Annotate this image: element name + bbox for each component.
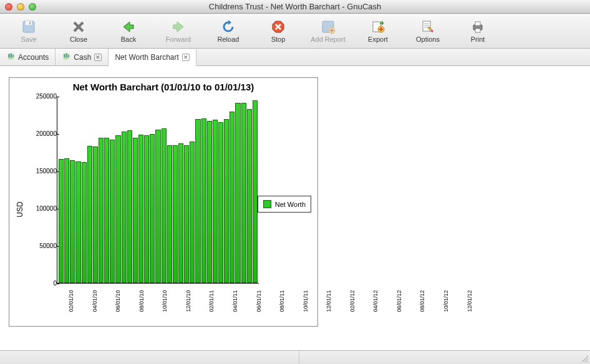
svg-rect-26 — [68, 55, 69, 58]
add-report-button: Add Report — [303, 16, 353, 47]
x-tick-label: 12/01/12 — [466, 290, 501, 312]
y-tick-label: 0 — [22, 280, 57, 287]
forward-icon — [171, 19, 186, 34]
chart-legend: Net Worth — [258, 196, 311, 213]
bar — [99, 138, 104, 283]
bar — [70, 160, 75, 283]
tab-label: Cash — [74, 53, 91, 62]
tab-bar: AccountsCash✕Net Worth Barchart✕ — [0, 49, 590, 66]
status-pane — [0, 351, 299, 364]
chart-panel: Net Worth Barchart (01/01/10 to 01/01/13… — [9, 77, 318, 327]
bar — [167, 145, 172, 283]
svg-rect-25 — [66, 53, 68, 57]
legend-swatch — [263, 200, 271, 208]
bar — [138, 135, 143, 283]
bar — [144, 135, 149, 283]
bar — [133, 138, 138, 283]
reload-icon — [221, 19, 236, 34]
bar — [115, 135, 120, 283]
bar — [230, 112, 235, 283]
options-button[interactable]: Options — [403, 16, 453, 47]
y-axis-ticks: 050000100000150000200000250000 — [22, 97, 57, 284]
svg-rect-21 — [8, 54, 10, 58]
reload-button[interactable]: Reload — [203, 16, 253, 47]
x-axis-ticks: 02/01/10 04/01/10 06/01/10 08/01/10 10/0… — [57, 285, 259, 320]
y-tick-label: 250000 — [22, 93, 57, 100]
toolbar-label: Save — [21, 36, 36, 43]
print-icon — [470, 19, 485, 34]
bar — [150, 134, 155, 283]
bar — [127, 130, 132, 283]
bar — [213, 120, 218, 283]
close-tab-icon[interactable]: ✕ — [182, 54, 190, 61]
tab-net-worth-barchart[interactable]: Net Worth Barchart✕ — [109, 49, 196, 66]
svg-rect-22 — [10, 53, 12, 57]
bar — [87, 146, 92, 283]
bar — [162, 128, 167, 283]
window-title: Childrens Trust - Net Worth Barchart - G… — [0, 2, 590, 11]
svg-rect-23 — [12, 55, 14, 58]
bar — [253, 100, 258, 283]
toolbar-label: Print — [471, 36, 485, 43]
bar — [155, 130, 160, 283]
bar — [110, 140, 115, 283]
toolbar-label: Stop — [271, 36, 286, 43]
bar — [218, 122, 223, 283]
bar — [247, 109, 252, 283]
toolbar-label: Options — [416, 36, 440, 43]
toolbar-label: Add Report — [311, 36, 346, 43]
ledger-icon — [6, 52, 15, 62]
bar — [184, 145, 189, 283]
bar — [93, 146, 98, 283]
bar — [207, 121, 212, 283]
bar — [75, 161, 80, 283]
y-tick-label: 100000 — [22, 205, 57, 212]
bar — [173, 145, 178, 283]
stop-button[interactable]: Stop — [253, 16, 303, 47]
close-tab-icon[interactable]: ✕ — [94, 54, 102, 61]
toolbar-label: Back — [121, 36, 136, 43]
toolbar-label: Export — [368, 36, 388, 43]
bar — [122, 132, 127, 283]
close-button[interactable]: Close — [54, 16, 104, 47]
bar — [195, 119, 200, 283]
bar — [178, 143, 183, 283]
print-button[interactable]: Print — [453, 16, 503, 47]
bar — [235, 103, 240, 283]
chart-title: Net Worth Barchart (01/01/10 to 01/01/13… — [9, 82, 317, 92]
stop-icon — [271, 19, 286, 34]
back-button[interactable]: Back — [104, 16, 153, 47]
options-icon — [420, 19, 435, 34]
main-toolbar: SaveCloseBackForwardReloadStopAdd Report… — [0, 14, 590, 49]
export-icon — [370, 19, 385, 34]
tab-accounts[interactable]: Accounts — [0, 49, 56, 65]
bar — [64, 158, 69, 283]
forward-button: Forward — [153, 16, 203, 47]
save-button: Save — [4, 16, 54, 47]
bar — [59, 159, 64, 283]
svg-rect-19 — [475, 22, 480, 26]
bar — [224, 119, 229, 283]
window-titlebar: Childrens Trust - Net Worth Barchart - G… — [0, 0, 590, 14]
toolbar-label: Close — [70, 36, 87, 43]
resize-grip-icon[interactable] — [580, 354, 589, 363]
add-report-icon — [321, 19, 336, 34]
bar — [82, 162, 87, 283]
y-tick-label: 200000 — [22, 130, 57, 137]
status-bar — [0, 350, 590, 364]
export-button[interactable]: Export — [353, 16, 403, 47]
bar — [190, 141, 195, 283]
bar — [241, 103, 246, 283]
svg-rect-2 — [29, 22, 31, 24]
svg-rect-24 — [64, 54, 65, 58]
bar — [104, 138, 109, 283]
tab-cash[interactable]: Cash✕ — [56, 49, 109, 65]
save-icon — [21, 19, 36, 34]
y-tick-label: 150000 — [22, 168, 57, 175]
tab-label: Accounts — [18, 53, 49, 62]
toolbar-label: Forward — [166, 36, 191, 43]
tab-label: Net Worth Barchart — [115, 53, 178, 62]
toolbar-label: Reload — [218, 36, 239, 43]
bar — [201, 118, 206, 283]
bar-container — [57, 97, 259, 283]
